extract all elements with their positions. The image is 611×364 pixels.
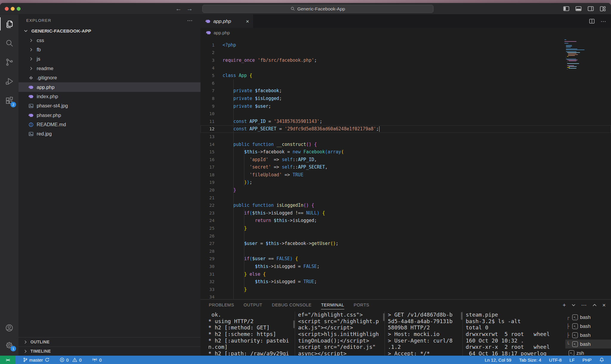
code-line-7[interactable]: 7 private $facebook; xyxy=(200,87,611,95)
terminal-split-sash[interactable] xyxy=(385,311,385,356)
code-line-6[interactable]: 6 xyxy=(200,79,611,87)
tree-item-index-php[interactable]: index.php xyxy=(18,92,200,101)
terminal-split-sash[interactable] xyxy=(295,311,295,356)
terminal-pane-2[interactable]: ef="/highlight.css"><script src="/highli… xyxy=(298,311,382,356)
code-line-22[interactable]: 22 public function isLoggedIn() { xyxy=(200,201,611,209)
code-line-18[interactable]: 18 'fileUpload' => TRUE xyxy=(200,171,611,179)
code-line-17[interactable]: 17 'secret' => self::APP_SECRET, xyxy=(200,164,611,171)
code-line-26[interactable]: 26 xyxy=(200,232,611,240)
terminal-split-sash[interactable] xyxy=(462,311,463,356)
section-timeline[interactable]: TIMELINE xyxy=(18,346,200,356)
terminal-pane-1[interactable]: ok.* using HTTP/2* h2 [:method: GET]* h2… xyxy=(208,311,292,356)
new-terminal-icon[interactable]: + xyxy=(563,302,566,308)
terminal-list-item-bash[interactable]: ├>_bash xyxy=(565,322,611,331)
tree-item-generic-facebook-app[interactable]: GENERIC-FACEBOOK-APP xyxy=(18,26,200,36)
panel-tab-debug-console[interactable]: DEBUG CONSOLE xyxy=(272,301,311,309)
code-line-19[interactable]: 19 )); xyxy=(200,179,611,186)
command-center-search[interactable]: Generic-Facebook-App xyxy=(202,5,433,13)
terminal-list-item-bash[interactable]: ├>_bash xyxy=(565,331,611,340)
code-line-28[interactable]: 28 xyxy=(200,247,611,255)
toggle-panel-icon[interactable] xyxy=(575,6,581,11)
line-col-indicator[interactable]: Ln 12, Col 59 xyxy=(482,356,514,364)
panel-tab-ports[interactable]: PORTS xyxy=(354,301,369,309)
code-line-4[interactable]: 4 xyxy=(200,64,611,72)
code-line-33[interactable]: 33 } xyxy=(200,286,611,293)
code-line-24[interactable]: 24 return $this->isLogged; xyxy=(200,217,611,225)
toggle-primary-sidebar-icon[interactable] xyxy=(563,6,569,11)
terminal-list-item-zsh[interactable]: >_zsh xyxy=(565,348,611,356)
maximize-panel-icon[interactable] xyxy=(593,304,597,306)
explorer-more-actions-icon[interactable]: ⋯ xyxy=(187,17,193,24)
code-line-3[interactable]: 3require_once 'fb/src/facebook.php'; xyxy=(200,56,611,64)
tree-item-phaser-php[interactable]: phaser.php xyxy=(18,111,200,120)
minimize-window-button[interactable] xyxy=(11,7,15,11)
panel-tab-terminal[interactable]: TERMINAL xyxy=(321,301,344,309)
terminal-list-item-bash[interactable]: ┌>_bash xyxy=(565,313,611,322)
code-line-5[interactable]: 5class App { xyxy=(200,72,611,79)
code-line-21[interactable]: 21 xyxy=(200,194,611,202)
tree-item-css[interactable]: css xyxy=(18,36,200,45)
tree-item-app-php[interactable]: app.php xyxy=(18,82,200,92)
navigate-back-icon[interactable]: ← xyxy=(175,5,182,12)
tree-item-readme[interactable]: readme xyxy=(18,64,200,73)
toggle-secondary-sidebar-icon[interactable] xyxy=(588,6,594,11)
code-line-10[interactable]: 10 xyxy=(200,110,611,118)
terminal-list-item-bash[interactable]: └>_bash xyxy=(565,340,611,348)
code-line-23[interactable]: 23 if($this->isLogged !== NULL) { xyxy=(200,209,611,217)
customize-layout-icon[interactable] xyxy=(600,6,606,11)
breadcrumb[interactable]: app.php xyxy=(200,28,611,37)
tree-item-red-jpg[interactable]: red.jpg xyxy=(18,129,200,138)
git-branch-item[interactable]: master xyxy=(20,356,52,364)
activity-explorer-icon[interactable] xyxy=(0,14,18,33)
code-line-30[interactable]: 30 $this->isLogged = FALSE; xyxy=(200,263,611,270)
encoding-indicator[interactable]: UTF-8 xyxy=(546,356,564,364)
split-editor-icon[interactable] xyxy=(589,19,595,24)
problems-item[interactable]: 0 0 xyxy=(57,356,84,364)
tree-item-readme-md[interactable]: README.md xyxy=(18,120,200,129)
code-line-11[interactable]: 11 const APP_ID = '341857635901143'; xyxy=(200,118,611,125)
code-line-9[interactable]: 9 private $user; xyxy=(200,102,611,110)
minimap[interactable] xyxy=(564,39,586,71)
terminal-area[interactable]: ok.* using HTTP/2* h2 [:method: GET]* h2… xyxy=(200,310,611,356)
terminal-pane-3[interactable]: > GET /v1/d4867d8b-b5d5-4a48-a4ab-79131b… xyxy=(388,311,459,356)
terminal-pane-4[interactable]: steam.pipebash-3.2$ ls -alttotal 0drwxrw… xyxy=(466,311,564,356)
activity-run-debug-icon[interactable] xyxy=(0,72,18,91)
code-line-15[interactable]: 15 $this->facebook = new Facebook(array( xyxy=(200,148,611,156)
settings-gear-icon[interactable]: 1 xyxy=(0,337,18,354)
tree-item-phaser-st4-jpg[interactable]: phaser-st4.jpg xyxy=(18,101,200,110)
code-line-2[interactable]: 2 xyxy=(200,49,611,57)
close-panel-icon[interactable]: × xyxy=(602,302,606,308)
tree-item-js[interactable]: js xyxy=(18,54,200,64)
eol-indicator[interactable]: LF xyxy=(567,356,578,364)
account-icon[interactable] xyxy=(0,319,18,337)
panel-tab-output[interactable]: OUTPUT xyxy=(244,301,263,309)
language-indicator[interactable]: PHP xyxy=(580,356,594,364)
code-line-34[interactable]: 34 xyxy=(200,293,611,299)
code-line-12[interactable]: 12 const APP_SECRET = '29dfc9d5e8836ad60… xyxy=(200,125,611,133)
code-line-14[interactable]: 14 public function __construct() { xyxy=(200,141,611,148)
code-editor[interactable]: 1<?php23require_once 'fb/src/facebook.ph… xyxy=(200,37,611,299)
activity-extensions-icon[interactable]: 2 xyxy=(0,91,18,110)
code-line-16[interactable]: 16 'appId' => self::APP_ID, xyxy=(200,156,611,164)
activity-source-control-icon[interactable] xyxy=(0,53,18,72)
close-window-button[interactable] xyxy=(5,7,9,11)
code-line-29[interactable]: 29 if($user == FALSE) { xyxy=(200,255,611,263)
tree-item--gitignore[interactable]: .gitignore xyxy=(18,73,200,82)
terminal-dropdown-icon[interactable] xyxy=(572,304,575,306)
code-line-32[interactable]: 32 $this->isLogged = TRUE; xyxy=(200,278,611,286)
close-tab-icon[interactable]: × xyxy=(246,18,249,24)
tree-item-fb[interactable]: fb xyxy=(18,45,200,54)
ports-item[interactable]: 0 xyxy=(89,356,104,364)
code-line-31[interactable]: 31 } else { xyxy=(200,270,611,278)
tab-size-indicator[interactable]: Tab Size: 4 xyxy=(516,356,544,364)
activity-search-icon[interactable] xyxy=(0,33,18,53)
editor-more-actions-icon[interactable]: ⋯ xyxy=(601,18,606,25)
code-line-20[interactable]: 20 } xyxy=(200,186,611,194)
notifications-bell-icon[interactable] xyxy=(597,356,607,364)
navigate-forward-icon[interactable]: → xyxy=(186,5,193,12)
remote-indicator[interactable]: >< xyxy=(0,356,16,364)
code-line-13[interactable]: 13 xyxy=(200,133,611,141)
code-line-27[interactable]: 27 $user = $this->facebook->getUser(); xyxy=(200,240,611,247)
section-outline[interactable]: OUTLINE xyxy=(18,337,200,346)
code-line-1[interactable]: 1<?php xyxy=(200,41,611,49)
